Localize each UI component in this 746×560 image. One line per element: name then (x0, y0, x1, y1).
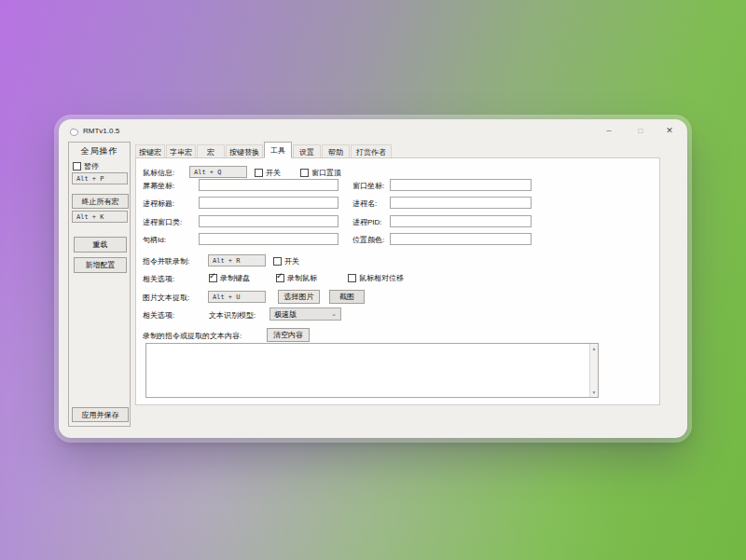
mouse-relative-checkbox[interactable]: 鼠标相对位移 (348, 273, 404, 283)
position-color-label: 位置颜色: (352, 236, 384, 244)
screen-coord-input[interactable] (199, 179, 338, 191)
scroll-up-icon[interactable]: ▲ (592, 346, 597, 351)
check-icon: ✓ (276, 272, 283, 280)
global-actions-title: 全局操作 (69, 145, 130, 157)
close-icon[interactable]: ✕ (663, 119, 676, 142)
stop-all-macros-button[interactable]: 终止所有宏 (72, 194, 129, 209)
process-class-input[interactable] (199, 215, 338, 227)
record-mouse-checkbox[interactable]: ✓ 录制鼠标 (276, 273, 317, 283)
ocr-label: 图片文本提取: (143, 294, 189, 302)
ocr-options-label: 相关选项: (143, 311, 174, 320)
output-textarea[interactable]: ▲ ▼ (145, 343, 599, 398)
pause-checkbox-box (73, 162, 81, 171)
screenshot-button[interactable]: 截图 (329, 290, 365, 304)
tab-strip: 按键宏 字串宏 宏 按键替换 工具 设置 帮助 打赏作者 (135, 142, 393, 158)
process-title-label: 进程标题: (143, 199, 174, 208)
window-coord-input[interactable] (390, 179, 532, 191)
output-scrollbar[interactable]: ▲ ▼ (589, 344, 598, 397)
apply-save-button[interactable]: 应用并保存 (72, 407, 129, 422)
tools-panel: 鼠标信息: Alt + Q 开关 窗口置顶 屏幕坐标: 进程标题: 进程窗口类:… (135, 157, 660, 405)
record-keyboard-box: ✓ (209, 274, 217, 282)
process-title-input[interactable] (199, 197, 338, 209)
ocr-hotkey-input[interactable]: Alt + U (208, 291, 266, 303)
stop-hotkey-input[interactable]: Alt + K (72, 211, 128, 223)
record-keyboard-label: 录制键盘 (220, 273, 250, 283)
app-title: RMTv1.0.5 (83, 127, 119, 135)
mouse-relative-box (348, 274, 356, 282)
record-options-label: 相关选项: (143, 275, 174, 283)
record-hotkey-input[interactable]: Alt + R (208, 254, 266, 266)
screen-coord-label: 屏幕坐标: (143, 182, 174, 190)
mouse-info-label: 鼠标信息: (143, 169, 174, 177)
window-topmost-label: 窗口置顶 (311, 168, 341, 178)
tab-tools[interactable]: 工具 (264, 142, 292, 158)
tab-string-macro[interactable]: 字串宏 (166, 144, 196, 158)
position-color-input[interactable] (390, 233, 532, 245)
record-switch-label: 开关 (284, 256, 299, 266)
record-switch-checkbox[interactable]: 开关 (273, 256, 299, 266)
app-window: RMTv1.0.5 – □ ✕ 全局操作 暂停 Alt + P 终止所有宏 Al… (59, 119, 687, 438)
mouse-info-switch-box (255, 169, 263, 177)
process-pid-label: 进程PID: (352, 218, 382, 226)
record-mouse-label: 录制鼠标 (287, 273, 317, 283)
tab-key-macro[interactable]: 按键宏 (135, 144, 165, 158)
reload-button[interactable]: 重载 (74, 237, 127, 253)
tab-settings[interactable]: 设置 (293, 144, 321, 158)
output-text[interactable] (146, 344, 589, 397)
select-image-button[interactable]: 选择图片 (278, 290, 320, 304)
window-coord-label: 窗口坐标: (352, 182, 384, 190)
tab-macro[interactable]: 宏 (197, 144, 225, 158)
handle-id-label: 句柄Id: (143, 236, 166, 244)
record-label: 指令并联录制: (143, 257, 189, 266)
maximize-icon[interactable]: □ (634, 119, 647, 142)
scroll-down-icon[interactable]: ▼ (592, 389, 597, 395)
check-icon: ✓ (209, 272, 216, 280)
mouse-relative-label: 鼠标相对位移 (359, 273, 404, 283)
tab-key-remap[interactable]: 按键替换 (226, 144, 263, 158)
minimize-icon[interactable]: – (602, 119, 615, 142)
chevron-down-icon: ⌄ (331, 311, 337, 317)
output-label: 录制的指令或提取的文本内容: (143, 332, 242, 340)
process-name-input[interactable] (390, 197, 532, 209)
global-actions-group: 全局操作 暂停 Alt + P 终止所有宏 Alt + K 重载 新增配置 应用… (68, 142, 131, 427)
tab-help[interactable]: 帮助 (322, 144, 350, 158)
titlebar: RMTv1.0.5 – □ ✕ (59, 119, 687, 142)
pause-checkbox[interactable]: 暂停 (73, 161, 99, 171)
window-topmost-checkbox[interactable]: 窗口置顶 (300, 168, 341, 178)
record-keyboard-checkbox[interactable]: ✓ 录制键盘 (209, 273, 250, 283)
pause-checkbox-label: 暂停 (84, 161, 99, 171)
clear-content-button[interactable]: 清空内容 (267, 328, 310, 342)
mouse-info-hotkey-input[interactable]: Alt + Q (189, 166, 247, 178)
mouse-info-switch-label: 开关 (266, 168, 281, 178)
process-pid-input[interactable] (390, 215, 532, 227)
handle-id-input[interactable] (199, 233, 338, 245)
app-logo-icon (69, 125, 79, 135)
pause-hotkey-input[interactable]: Alt + P (72, 172, 128, 184)
record-switch-box (273, 257, 282, 266)
ocr-model-value: 极速版 (274, 309, 297, 320)
record-mouse-box: ✓ (276, 274, 284, 282)
process-class-label: 进程窗口类: (143, 218, 182, 226)
mouse-info-switch-checkbox[interactable]: 开关 (255, 168, 281, 178)
ocr-model-select[interactable]: 极速版 ⌄ (269, 307, 341, 321)
ocr-model-label: 文本识别模型: (209, 311, 256, 320)
window-topmost-box (300, 169, 309, 177)
add-config-button[interactable]: 新增配置 (74, 257, 127, 273)
process-name-label: 进程名: (352, 199, 377, 208)
tab-donate[interactable]: 打赏作者 (351, 144, 392, 158)
